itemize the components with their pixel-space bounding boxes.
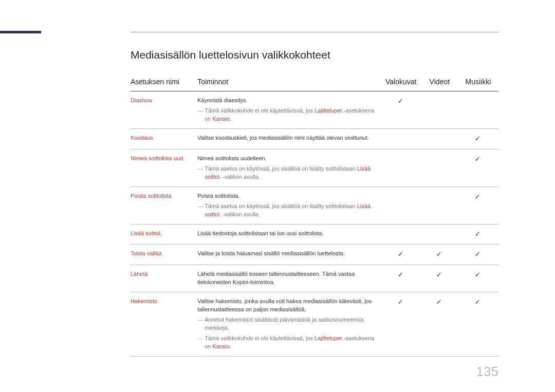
check-music: ✓ xyxy=(460,129,498,150)
setting-name: Lähetä xyxy=(131,265,197,292)
setting-desc: Valitse koodauskieli, jos mediasisällön … xyxy=(197,129,383,150)
note-dash-icon: ― xyxy=(197,334,205,343)
setting-desc: Lähetä mediasisältö toiseen tallennuslai… xyxy=(197,265,383,292)
note: ― Tämä valikkokohde ei ole käytettävissä… xyxy=(197,334,380,351)
table-row: Diashow Käynnistä diaesitys. ― Tämä vali… xyxy=(131,91,498,129)
note-dash-icon: ― xyxy=(197,165,205,173)
check-photos xyxy=(383,224,421,245)
note-dash-icon: ― xyxy=(197,107,205,115)
table-row: Toista valitut Valitse ja toista haluama… xyxy=(131,245,498,265)
setting-name: Poista soittolista xyxy=(131,186,197,224)
check-music: ✓ xyxy=(460,149,498,186)
setting-desc: Valitse hakemisto, jonka avulla voit hak… xyxy=(197,292,383,357)
check-photos xyxy=(383,149,421,186)
table-header-row: Asetuksen nimi Toiminnot Valokuvat Video… xyxy=(131,73,498,91)
check-photos: ✓ xyxy=(383,265,421,292)
check-videos xyxy=(421,224,460,245)
check-videos: ✓ xyxy=(421,292,460,357)
top-horizontal-rule xyxy=(131,32,498,32)
check-photos xyxy=(383,186,421,224)
check-photos: ✓ xyxy=(383,292,421,357)
check-videos: ✓ xyxy=(421,265,460,292)
check-videos xyxy=(421,91,460,129)
note: ― Tämä asetus on käytössä, jos sisältöä … xyxy=(197,165,380,181)
col-music: Musiikki xyxy=(460,73,498,91)
check-music: ✓ xyxy=(460,245,498,265)
check-videos: ✓ xyxy=(421,245,460,265)
col-videos: Videot xyxy=(421,73,460,91)
check-music: ✓ xyxy=(460,186,498,224)
setting-desc: Lisää tiedostoja soittolistaan tai luo u… xyxy=(197,224,383,245)
check-videos xyxy=(421,149,460,186)
page-content: Mediasisällön luettelosivun valikkokohte… xyxy=(131,49,498,357)
side-accent-bar xyxy=(0,31,41,33)
page-number: 135 xyxy=(476,364,498,380)
check-photos: ✓ xyxy=(383,245,421,265)
setting-desc: Nimeä soittolista uudelleen. ― Tämä aset… xyxy=(197,149,383,186)
note-dash-icon: ― xyxy=(197,316,205,324)
note-dash-icon: ― xyxy=(197,202,205,211)
check-music: ✓ xyxy=(460,265,498,292)
setting-name: Lisää soittol. xyxy=(131,224,197,245)
note: ― Tämä valikkokohde ei ole käytettävissä… xyxy=(197,107,380,123)
table-row: Lisää soittol. Lisää tiedostoja soittoli… xyxy=(131,224,498,245)
table-row: Nimeä soittolista uud. Nimeä soittolista… xyxy=(131,149,498,186)
check-music: ✓ xyxy=(460,292,498,357)
setting-desc: Käynnistä diaesitys. ― Tämä valikkokohde… xyxy=(197,91,383,129)
col-setting-name: Asetuksen nimi xyxy=(131,73,197,91)
setting-name: Nimeä soittolista uud. xyxy=(131,149,197,186)
check-videos xyxy=(421,129,460,150)
check-photos xyxy=(383,129,421,150)
table-row: Poista soittolista Poista soittolista. ―… xyxy=(131,186,498,224)
setting-desc: Valitse ja toista haluamasi sisältö medi… xyxy=(197,245,383,265)
setting-name: Koodaus xyxy=(131,129,197,150)
menu-items-table: Asetuksen nimi Toiminnot Valokuvat Video… xyxy=(131,73,498,357)
check-music xyxy=(460,91,498,129)
page-title: Mediasisällön luettelosivun valikkokohte… xyxy=(131,49,498,61)
check-photos: ✓ xyxy=(383,91,421,129)
table-row: Lähetä Lähetä mediasisältö toiseen talle… xyxy=(131,265,498,292)
check-music: ✓ xyxy=(460,224,498,245)
setting-name: Hakemisto xyxy=(131,292,197,357)
setting-name: Diashow xyxy=(131,91,197,129)
table-row: Hakemisto Valitse hakemisto, jonka avull… xyxy=(131,292,498,357)
setting-desc: Poista soittolista. ― Tämä asetus on käy… xyxy=(197,186,383,224)
note: ― Annetut hakemistot sisältävät päivämää… xyxy=(197,316,380,332)
check-videos xyxy=(421,186,460,224)
setting-name: Toista valitut xyxy=(131,245,197,265)
col-actions: Toiminnot xyxy=(197,73,383,91)
table-row: Koodaus Valitse koodauskieli, jos medias… xyxy=(131,129,498,150)
col-photos: Valokuvat xyxy=(383,73,421,91)
note: ― Tämä asetus on käytössä, jos sisältöä … xyxy=(197,202,380,219)
